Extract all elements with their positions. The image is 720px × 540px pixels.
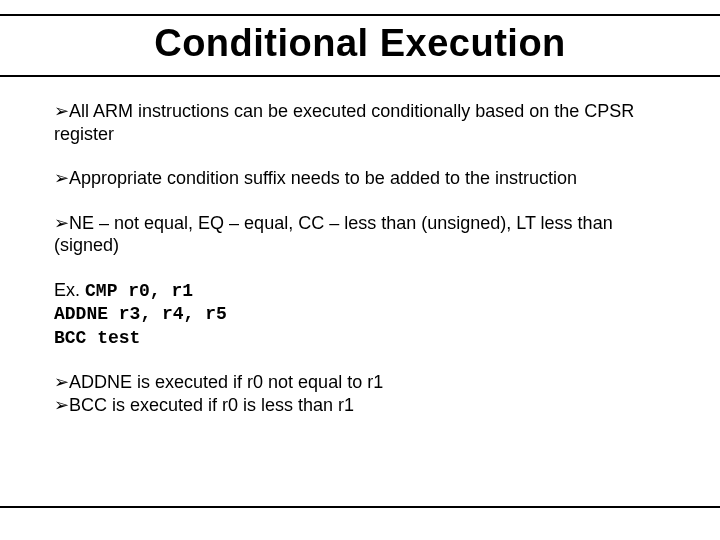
bullet-arrow-icon: ➢ bbox=[54, 213, 69, 233]
code-line: ADDNE r3, r4, r5 bbox=[54, 304, 227, 324]
title-band: Conditional Execution bbox=[0, 14, 720, 77]
slide: Conditional Execution ➢All ARM instructi… bbox=[0, 0, 720, 540]
slide-content: ➢All ARM instructions can be executed co… bbox=[54, 100, 666, 416]
code-line: BCC test bbox=[54, 328, 140, 348]
bullet-item: ➢BCC is executed if r0 is less than r1 bbox=[54, 394, 666, 417]
bullet-item: ➢ADDNE is executed if r0 not equal to r1 bbox=[54, 371, 666, 394]
example-label: Ex. bbox=[54, 280, 80, 300]
bullet-text: Appropriate condition suffix needs to be… bbox=[69, 168, 577, 188]
bullet-text: NE – not equal, EQ – equal, CC – less th… bbox=[54, 213, 613, 256]
bullet-arrow-icon: ➢ bbox=[54, 168, 69, 188]
bullet-text: BCC is executed if r0 is less than r1 bbox=[69, 395, 354, 415]
bullet-text: All ARM instructions can be executed con… bbox=[54, 101, 634, 144]
code-line: CMP r0, r1 bbox=[85, 281, 193, 301]
bullet-item: ➢NE – not equal, EQ – equal, CC – less t… bbox=[54, 212, 666, 257]
bullet-group-tight: ➢ADDNE is executed if r0 not equal to r1… bbox=[54, 371, 666, 416]
bullet-arrow-icon: ➢ bbox=[54, 372, 69, 392]
bullet-item: ➢Appropriate condition suffix needs to b… bbox=[54, 167, 666, 190]
bullet-text: ADDNE is executed if r0 not equal to r1 bbox=[69, 372, 383, 392]
slide-title: Conditional Execution bbox=[0, 22, 720, 65]
bullet-arrow-icon: ➢ bbox=[54, 101, 69, 121]
example-block: Ex. CMP r0, r1 ADDNE r3, r4, r5 BCC test bbox=[54, 279, 666, 350]
bullet-arrow-icon: ➢ bbox=[54, 395, 69, 415]
footer-divider bbox=[0, 506, 720, 508]
bullet-item: ➢All ARM instructions can be executed co… bbox=[54, 100, 666, 145]
